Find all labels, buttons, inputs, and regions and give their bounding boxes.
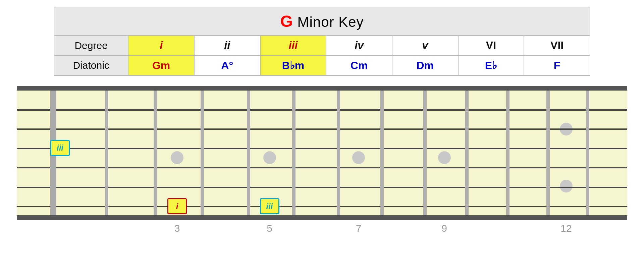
diatonic-cell-5: E♭ bbox=[458, 55, 524, 75]
diatonic-cell-6: F bbox=[524, 55, 590, 75]
fret-bar bbox=[337, 91, 340, 215]
fret-number-label: 5 bbox=[267, 223, 272, 259]
fret-bar bbox=[247, 91, 250, 215]
chord-marker-iii-open: iii bbox=[50, 140, 70, 156]
fretboard-container: iiiiiii 357912 bbox=[17, 86, 627, 240]
diatonic-cell-0: Gm bbox=[128, 55, 194, 75]
fret-dot-12 bbox=[560, 180, 573, 193]
key-header: G Minor Key bbox=[54, 7, 590, 36]
fret-bar bbox=[586, 91, 589, 215]
guitar-string bbox=[17, 148, 627, 149]
guitar-string bbox=[17, 128, 627, 130]
guitar-string bbox=[17, 109, 627, 111]
degree-cell-VII: VII bbox=[524, 36, 590, 55]
fret-dot bbox=[352, 151, 365, 164]
degree-cell-ii: ii bbox=[194, 36, 260, 55]
guitar-string bbox=[17, 187, 627, 188]
diatonic-cell-2: B♭m bbox=[260, 55, 326, 75]
fret-bar bbox=[465, 91, 469, 215]
fret-bar bbox=[423, 91, 427, 215]
fret-bar bbox=[154, 91, 157, 215]
degree-cell-iii: iii bbox=[260, 36, 326, 55]
diatonic-cell-3: Cm bbox=[326, 55, 392, 75]
fret-bar bbox=[546, 91, 550, 215]
key-table: G Minor Key Degree iiiiiiivvVIVII Diaton… bbox=[54, 7, 590, 76]
diatonic-row: Diatonic GmA°B♭mCmDmE♭F bbox=[54, 55, 590, 75]
diatonic-cell-4: Dm bbox=[392, 55, 458, 75]
fret-number-label: 12 bbox=[560, 223, 572, 259]
fret-numbers: 357912 bbox=[17, 220, 627, 240]
fretboard: iiiiiii bbox=[17, 86, 627, 220]
key-letter: G bbox=[280, 12, 293, 30]
diatonic-cell-1: A° bbox=[194, 55, 260, 75]
fret-dot bbox=[438, 151, 451, 164]
fret-bar bbox=[292, 91, 296, 215]
degree-cell-VI: VI bbox=[458, 36, 524, 55]
fret-bar bbox=[201, 91, 204, 215]
degree-cell-v: v bbox=[392, 36, 458, 55]
degree-label: Degree bbox=[54, 36, 128, 55]
guitar-string bbox=[17, 206, 627, 207]
diatonic-label: Diatonic bbox=[54, 55, 128, 75]
fret-bar bbox=[506, 91, 509, 215]
fret-dot bbox=[263, 151, 276, 164]
chord-marker-iii-fret5: iii bbox=[260, 198, 279, 214]
degree-row: Degree iiiiiiivvVIVII bbox=[54, 36, 590, 55]
fret-dot bbox=[171, 151, 183, 164]
degree-cell-i: i bbox=[128, 36, 194, 55]
fret-bar bbox=[105, 91, 108, 215]
fret-number-label: 9 bbox=[441, 223, 447, 259]
chord-marker-i-fret3: i bbox=[167, 198, 187, 214]
fret-bar bbox=[380, 91, 384, 215]
guitar-string bbox=[17, 167, 627, 168]
degree-cell-iv: iv bbox=[326, 36, 392, 55]
fret-number-label: 7 bbox=[356, 223, 362, 259]
key-type: Minor Key bbox=[297, 14, 364, 30]
fret-number-label: 3 bbox=[174, 223, 180, 259]
